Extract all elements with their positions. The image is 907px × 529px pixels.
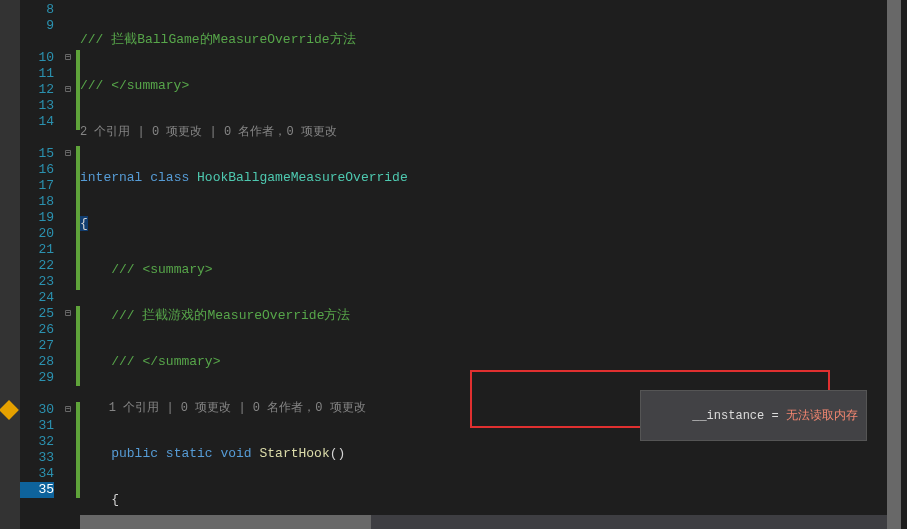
line-num: 29 — [20, 370, 54, 386]
fold-toggle[interactable]: ⊟ — [60, 306, 76, 322]
line-num: 31 — [20, 418, 54, 434]
line-num: 30 — [20, 402, 54, 418]
line-number-gutter[interactable]: 8 9 10 11 12 13 14 15 16 17 18 19 20 21 … — [20, 0, 60, 529]
line-num: 20 — [20, 226, 54, 242]
line-num: 18 — [20, 194, 54, 210]
line-num: 17 — [20, 178, 54, 194]
line-num: 14 — [20, 114, 54, 130]
fold-toggle[interactable]: ⊟ — [60, 146, 76, 162]
line-num: 13 — [20, 98, 54, 114]
code-area[interactable]: /// 拦截BallGame的MeasureOverride方法 /// </s… — [80, 0, 907, 529]
line-num: 22 — [20, 258, 54, 274]
scrollbar-thumb[interactable] — [80, 515, 371, 529]
line-num — [20, 130, 54, 146]
fold-toggle[interactable]: ⊟ — [60, 402, 76, 418]
line-num — [20, 34, 54, 50]
line-num: 24 — [20, 290, 54, 306]
fold-margin[interactable]: ⊟ ⊟ ⊟ ⊟ ⊟ — [60, 0, 76, 529]
line-num: 8 — [20, 2, 54, 18]
line-num: 33 — [20, 450, 54, 466]
line-num: 26 — [20, 322, 54, 338]
horizontal-scrollbar[interactable] — [80, 515, 887, 529]
line-num: 21 — [20, 242, 54, 258]
line-num: 32 — [20, 434, 54, 450]
fold-toggle[interactable]: ⊟ — [60, 82, 76, 98]
line-num: 11 — [20, 66, 54, 82]
vertical-scrollbar[interactable] — [887, 0, 901, 529]
line-num: 10 — [20, 50, 54, 66]
scrollbar-thumb[interactable] — [887, 0, 901, 529]
indicator-margin[interactable] — [0, 0, 20, 529]
line-num: 34 — [20, 466, 54, 482]
line-num: 12 — [20, 82, 54, 98]
line-num: 28 — [20, 354, 54, 370]
line-num — [20, 386, 54, 402]
line-num: 27 — [20, 338, 54, 354]
line-num: 15 — [20, 146, 54, 162]
tooltip-error: 无法读取内存 — [786, 409, 858, 423]
line-num: 9 — [20, 18, 54, 34]
line-num: 25 — [20, 306, 54, 322]
line-num: 23 — [20, 274, 54, 290]
code-editor[interactable]: 8 9 10 11 12 13 14 15 16 17 18 19 20 21 … — [0, 0, 907, 529]
line-num: 19 — [20, 210, 54, 226]
debug-tooltip[interactable]: __instance = 无法读取内存 — [640, 390, 867, 441]
fold-toggle[interactable]: ⊟ — [60, 50, 76, 66]
current-statement-icon — [0, 400, 19, 420]
codelens[interactable]: 2 个引用 | 0 项更改 | 0 名作者，0 项更改 — [80, 124, 907, 140]
line-num: 16 — [20, 162, 54, 178]
line-num: 35 — [20, 482, 54, 498]
tooltip-label: __instance = — [692, 409, 786, 423]
